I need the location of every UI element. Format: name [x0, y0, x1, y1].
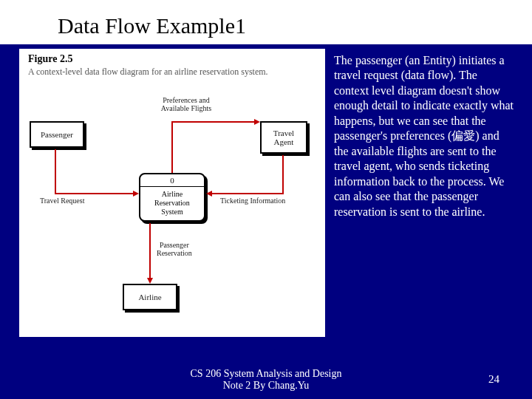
body-text: The passenger (an Entity) initiates a tr… [334, 53, 514, 219]
dfd-diagram: Figure 2.5 A context-level data flow dia… [19, 49, 325, 337]
page-number: 24 [488, 373, 499, 386]
process-airline-reservation: 0 Airline Reservation System [139, 173, 205, 222]
entity-airline: Airline [123, 284, 177, 310]
flow-ticketing: Ticketing Information [220, 197, 285, 205]
entity-passenger: Passenger [30, 121, 84, 148]
flow-preferences: Preferences and Available Flights [149, 96, 223, 112]
process-number: 0 [140, 174, 204, 187]
flow-travel-request: Travel Request [40, 197, 84, 205]
entity-travel-agent: Travel Agent [260, 121, 307, 154]
footer: CS 206 System Analysis and Design Note 2… [0, 368, 532, 392]
process-name: Airline Reservation System [140, 187, 204, 219]
figure-caption: A context-level data flow diagram for an… [28, 66, 268, 78]
figure-label: Figure 2.5 [28, 53, 72, 65]
slide-title: Data Flow Example1 [58, 13, 246, 38]
flow-reservation: Passenger Reservation [157, 241, 192, 257]
